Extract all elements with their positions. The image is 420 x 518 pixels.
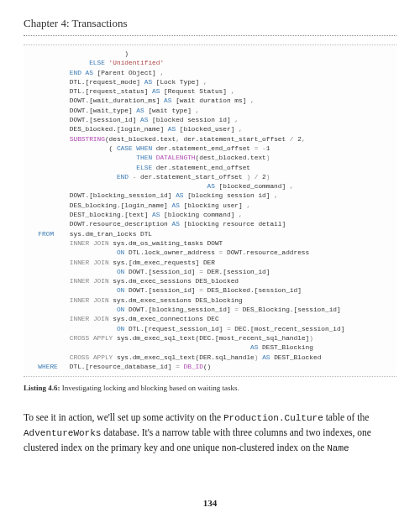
code-line: DOWT.[blocking_session_id] AS [blocking …	[30, 192, 278, 199]
code-line: DOWT.resource_description AS [blocking r…	[30, 221, 286, 228]
code-line: ON DOWT.[session_id] = DER.[session_id]	[30, 269, 270, 275]
code-line: ON DOWT.[blocking_session_id] = DES_Bloc…	[30, 306, 341, 313]
code-block: ) ELSE 'Unidentified' END AS [Parent Obj…	[24, 44, 396, 377]
chapter-header: Chapter 4: Transactions	[24, 17, 396, 36]
code-line: INNER JOIN sys.dm_exec_connections DEC	[30, 316, 219, 322]
code-line: DES_blocking.[login_name] AS [blocking u…	[30, 202, 250, 209]
code-line: ON DTL.[request_session_id] = DEC.[most_…	[30, 326, 344, 332]
code-line: DOWT.[wait_type] AS [wait type] ,	[30, 107, 199, 114]
code-line: END - der.statement_start_offset ) / 2)	[30, 174, 270, 181]
code-line: ON DTL.lock_owner_address = DOWT.resourc…	[30, 249, 309, 256]
code-line: AS [blocked_command] ,	[30, 183, 294, 190]
code-line: SUBSTRING(dest_blocked.text, der.stateme…	[30, 136, 306, 143]
code-line: DOWT.[session_id] AS [blocked session id…	[30, 117, 239, 123]
code-line: DTL.[request_status] AS [Request Status]…	[30, 88, 234, 95]
code-line: ELSE 'Unidentified'	[30, 60, 164, 66]
code-line: DTL.[request_mode] AS [Lock Type] ,	[30, 79, 207, 86]
code-line: DOWT.[wait_duration_ms] AS [wait duratio…	[30, 97, 255, 104]
code-line: )	[30, 50, 129, 57]
code-line: FROM sys.dm_tran_locks DTL	[30, 231, 152, 238]
code-line: ON DOWT.[session_id] = DES_Blocked.[sess…	[30, 287, 302, 294]
page-number: 134	[0, 498, 420, 508]
body-paragraph: To see it in action, we'll set up some a…	[24, 411, 396, 456]
code-line: INNER JOIN sys.dm_exec_sessions DES_bloc…	[30, 278, 239, 285]
code-line: WHERE DTL.[resource_database_id] = DB_ID…	[30, 364, 211, 370]
code-line: END AS [Parent Object] ,	[30, 70, 164, 76]
code-line: ELSE der.statement_end_offset	[30, 165, 250, 171]
code-line: INNER JOIN sys.dm_os_waiting_tasks DOWT	[30, 240, 223, 247]
code-line: INNER JOIN sys.[dm_exec_requests] DER	[30, 259, 215, 266]
code-line: CROSS APPLY sys.dm_exec_sql_text(DER.sql…	[30, 354, 321, 361]
code-line: DEST_blocking.[text] AS [blocking comman…	[30, 212, 243, 218]
listing-caption: Listing 4.6: Investigating locking and b…	[24, 384, 396, 392]
code-line: DES_blocked.[login_name] AS [blocked_use…	[30, 126, 243, 133]
code-line: AS DEST_Blocking	[30, 344, 313, 351]
code-line: CROSS APPLY sys.dm_exec_sql_text(DEC.[mo…	[30, 335, 313, 342]
code-line: THEN DATALENGTH(dest_blocked.text)	[30, 154, 270, 161]
code-line: ( CASE WHEN der.statement_end_offset = -…	[30, 145, 270, 152]
code-line: INNER JOIN sys.dm_exec_sessions DES_bloc…	[30, 297, 243, 304]
